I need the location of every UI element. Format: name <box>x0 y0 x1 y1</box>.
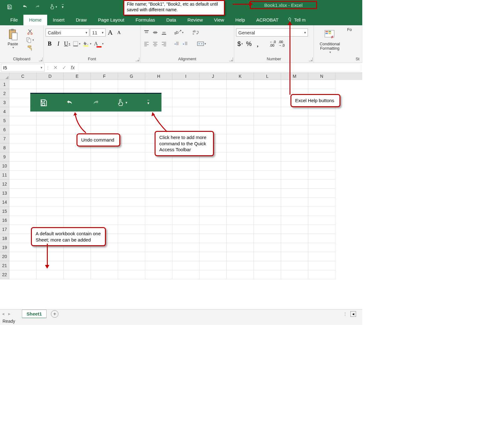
cell[interactable] <box>37 252 64 261</box>
tab-acrobat[interactable]: ACROBAT <box>250 15 284 25</box>
cell[interactable] <box>91 261 118 270</box>
cell[interactable] <box>281 116 308 125</box>
cell[interactable] <box>9 152 37 162</box>
cell[interactable] <box>145 116 172 125</box>
font-size-select[interactable]: 11 <box>90 28 106 37</box>
cell[interactable] <box>254 189 281 198</box>
comma-icon[interactable]: , <box>254 40 262 48</box>
format-as-table-button[interactable]: Fo <box>345 27 354 32</box>
cell[interactable] <box>91 189 118 198</box>
cell[interactable] <box>200 171 227 180</box>
cell[interactable] <box>64 270 91 279</box>
column-header[interactable]: L <box>254 73 281 80</box>
cell[interactable] <box>281 107 308 116</box>
row-header[interactable]: 2 <box>0 89 9 98</box>
cell[interactable] <box>308 252 335 261</box>
cell[interactable] <box>64 171 91 180</box>
cell[interactable] <box>37 216 64 225</box>
cell[interactable] <box>37 171 64 180</box>
cell[interactable] <box>118 143 145 152</box>
cell[interactable] <box>281 261 308 270</box>
cell[interactable] <box>254 225 281 234</box>
cell[interactable] <box>172 180 200 189</box>
cell[interactable] <box>281 152 308 162</box>
cell[interactable] <box>9 198 37 207</box>
underline-button[interactable]: U▾ <box>63 40 71 48</box>
cell[interactable] <box>254 116 281 125</box>
cell[interactable] <box>172 162 200 171</box>
save-icon[interactable] <box>3 2 16 12</box>
cell[interactable] <box>64 198 91 207</box>
cell[interactable] <box>118 198 145 207</box>
cell[interactable] <box>227 252 254 261</box>
cell[interactable] <box>308 198 335 207</box>
cell[interactable] <box>281 225 308 234</box>
cell[interactable] <box>91 270 118 279</box>
currency-icon[interactable]: $▾ <box>236 40 244 48</box>
merge-center-icon[interactable]: ▾ <box>196 40 207 48</box>
align-middle-icon[interactable] <box>151 28 159 37</box>
cell[interactable] <box>118 189 145 198</box>
cell[interactable] <box>281 207 308 216</box>
cell[interactable] <box>91 198 118 207</box>
cell[interactable] <box>91 116 118 125</box>
cell[interactable] <box>308 143 335 152</box>
cell[interactable] <box>91 162 118 171</box>
cell[interactable] <box>254 143 281 152</box>
sheet-tab-active[interactable]: Sheet1 <box>22 310 47 318</box>
paste-button[interactable]: Paste ▾ <box>2 27 24 49</box>
cell[interactable] <box>200 216 227 225</box>
fill-color-icon[interactable]: ▾ <box>82 40 92 48</box>
cell[interactable] <box>254 216 281 225</box>
cell[interactable] <box>227 107 254 116</box>
cell[interactable] <box>9 125 37 134</box>
cell[interactable] <box>145 234 172 243</box>
cell[interactable] <box>172 116 200 125</box>
cell[interactable] <box>200 261 227 270</box>
tab-data[interactable]: Data <box>161 15 182 25</box>
cell[interactable] <box>254 152 281 162</box>
cell[interactable] <box>9 143 37 152</box>
cell[interactable] <box>118 152 145 162</box>
row-header[interactable]: 17 <box>0 225 9 234</box>
align-top-icon[interactable] <box>142 28 151 37</box>
cell[interactable] <box>91 152 118 162</box>
cell[interactable] <box>308 189 335 198</box>
cell[interactable] <box>64 216 91 225</box>
cell[interactable] <box>118 171 145 180</box>
cancel-icon[interactable]: ✕ <box>51 63 60 72</box>
cell[interactable] <box>172 243 200 252</box>
cell[interactable] <box>308 270 335 279</box>
align-bottom-icon[interactable] <box>160 28 168 37</box>
cell[interactable] <box>145 261 172 270</box>
cell[interactable] <box>227 243 254 252</box>
column-header[interactable]: D <box>37 73 64 80</box>
cell[interactable] <box>254 243 281 252</box>
align-right-icon[interactable] <box>160 40 168 48</box>
tab-formulas[interactable]: Formulas <box>130 15 161 25</box>
column-header[interactable]: H <box>145 73 172 80</box>
cell[interactable] <box>9 252 37 261</box>
cell[interactable] <box>200 89 227 98</box>
cell[interactable] <box>37 134 64 143</box>
cell[interactable] <box>118 80 145 89</box>
cell[interactable] <box>254 125 281 134</box>
cell[interactable] <box>37 207 64 216</box>
cell[interactable] <box>308 234 335 243</box>
undo-icon[interactable] <box>19 2 31 12</box>
column-header[interactable]: M <box>281 73 308 80</box>
number-format-select[interactable]: General <box>236 28 308 37</box>
row-header[interactable]: 16 <box>0 216 9 225</box>
add-sheet-button[interactable]: + <box>51 310 58 318</box>
cell[interactable] <box>281 270 308 279</box>
cell[interactable] <box>254 134 281 143</box>
cell[interactable] <box>145 171 172 180</box>
cell[interactable] <box>118 252 145 261</box>
row-header[interactable]: 13 <box>0 189 9 198</box>
row-header[interactable]: 4 <box>0 107 9 116</box>
cell[interactable] <box>145 270 172 279</box>
cell[interactable] <box>145 198 172 207</box>
cell[interactable] <box>200 225 227 234</box>
cell[interactable] <box>172 89 200 98</box>
cell[interactable] <box>64 261 91 270</box>
